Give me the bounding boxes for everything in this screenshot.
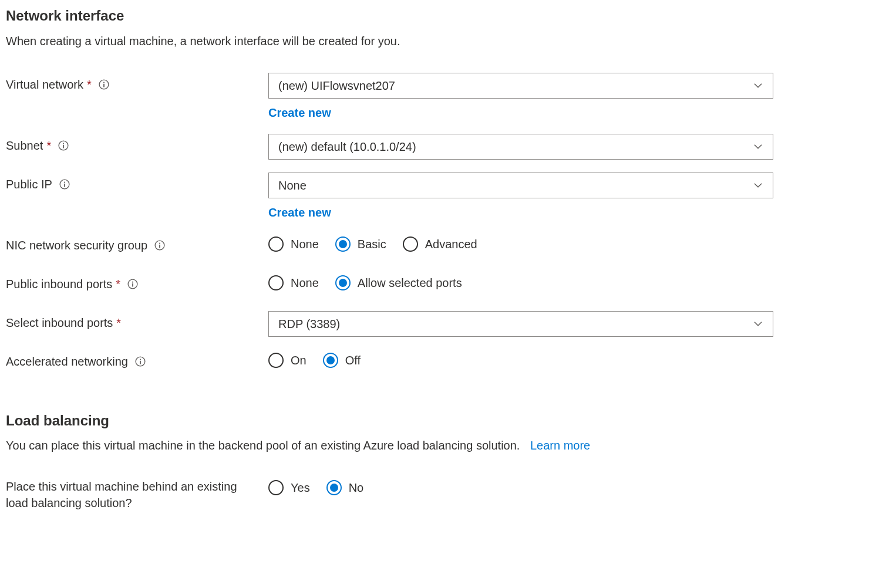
info-icon[interactable]	[127, 279, 138, 289]
svg-point-13	[132, 281, 133, 282]
svg-point-7	[64, 181, 65, 183]
nsg-radio-none[interactable]: None	[268, 236, 319, 252]
field-public-inbound-ports: Public inbound ports * None Allow select…	[6, 272, 873, 298]
learn-more-link[interactable]: Learn more	[530, 439, 590, 452]
accelerated-networking-radio-group: On Off	[268, 350, 773, 369]
subnet-select[interactable]: (new) default (10.0.1.0/24)	[268, 134, 773, 160]
svg-rect-5	[63, 144, 64, 148]
svg-rect-14	[132, 283, 133, 286]
accel-radio-off[interactable]: Off	[323, 352, 361, 369]
field-select-inbound-ports: Select inbound ports * RDP (3389)	[6, 311, 873, 337]
required-indicator: *	[46, 137, 51, 154]
section-desc-load-balancing: You can place this virtual machine in th…	[6, 437, 873, 454]
subnet-value: (new) default (10.0.1.0/24)	[278, 138, 416, 155]
field-virtual-network: Virtual network * (new) UIFlowsvnet207 C…	[6, 73, 873, 121]
svg-rect-2	[103, 83, 105, 87]
accel-radio-on[interactable]: On	[268, 352, 307, 369]
label-virtual-network: Virtual network	[6, 76, 83, 93]
field-accelerated-networking: Accelerated networking On Off	[6, 350, 873, 376]
virtual-network-value: (new) UIFlowsvnet207	[278, 77, 395, 94]
required-indicator: *	[116, 276, 120, 292]
svg-rect-17	[140, 360, 141, 364]
label-nsg: NIC network security group	[6, 237, 147, 254]
public-inbound-ports-radio-group: None Allow selected ports	[268, 272, 773, 291]
public-ip-select[interactable]: None	[268, 173, 773, 198]
svg-rect-11	[159, 244, 160, 248]
create-new-public-ip-link[interactable]: Create new	[268, 204, 331, 221]
svg-rect-8	[64, 183, 65, 187]
field-nsg: NIC network security group None Basic Ad…	[6, 234, 873, 259]
info-icon[interactable]	[58, 140, 69, 151]
info-icon[interactable]	[154, 240, 165, 251]
label-public-inbound-ports: Public inbound ports	[6, 276, 112, 292]
chevron-down-icon	[753, 141, 763, 152]
info-icon[interactable]	[59, 179, 70, 190]
virtual-network-select[interactable]: (new) UIFlowsvnet207	[268, 73, 773, 99]
pip-radio-none[interactable]: None	[268, 275, 319, 291]
chevron-down-icon	[753, 180, 763, 191]
place-behind-lb-radio-group: Yes No	[268, 477, 773, 496]
section-title-load-balancing: Load balancing	[6, 411, 873, 431]
select-inbound-ports-select[interactable]: RDP (3389)	[268, 311, 773, 337]
required-indicator: *	[87, 76, 92, 93]
nsg-radio-advanced[interactable]: Advanced	[403, 236, 477, 252]
label-place-behind-lb: Place this virtual machine behind an exi…	[6, 478, 241, 511]
field-place-behind-lb: Place this virtual machine behind an exi…	[6, 477, 873, 511]
label-accelerated-networking: Accelerated networking	[6, 353, 128, 370]
lb-radio-no[interactable]: No	[326, 479, 364, 496]
section-desc-network-interface: When creating a virtual machine, a netwo…	[6, 33, 873, 49]
svg-point-16	[140, 359, 141, 360]
section-title-network-interface: Network interface	[6, 6, 873, 26]
info-icon[interactable]	[99, 79, 109, 90]
pip-radio-allow[interactable]: Allow selected ports	[335, 275, 462, 291]
public-ip-value: None	[278, 177, 307, 194]
select-inbound-ports-value: RDP (3389)	[278, 316, 340, 332]
svg-point-1	[103, 82, 105, 83]
label-select-inbound-ports: Select inbound ports	[6, 315, 113, 331]
label-public-ip: Public IP	[6, 176, 52, 192]
info-icon[interactable]	[135, 356, 146, 367]
chevron-down-icon	[753, 80, 763, 91]
required-indicator: *	[116, 315, 121, 331]
chevron-down-icon	[753, 319, 763, 329]
nsg-radio-group: None Basic Advanced	[268, 234, 773, 252]
field-public-ip: Public IP None Create new	[6, 173, 873, 221]
lb-radio-yes[interactable]: Yes	[268, 479, 310, 496]
create-new-vnet-link[interactable]: Create new	[268, 104, 331, 121]
svg-point-4	[63, 143, 64, 144]
label-subnet: Subnet	[6, 137, 43, 154]
svg-point-10	[159, 242, 160, 244]
field-subnet: Subnet * (new) default (10.0.1.0/24)	[6, 134, 873, 160]
nsg-radio-basic[interactable]: Basic	[335, 236, 386, 252]
